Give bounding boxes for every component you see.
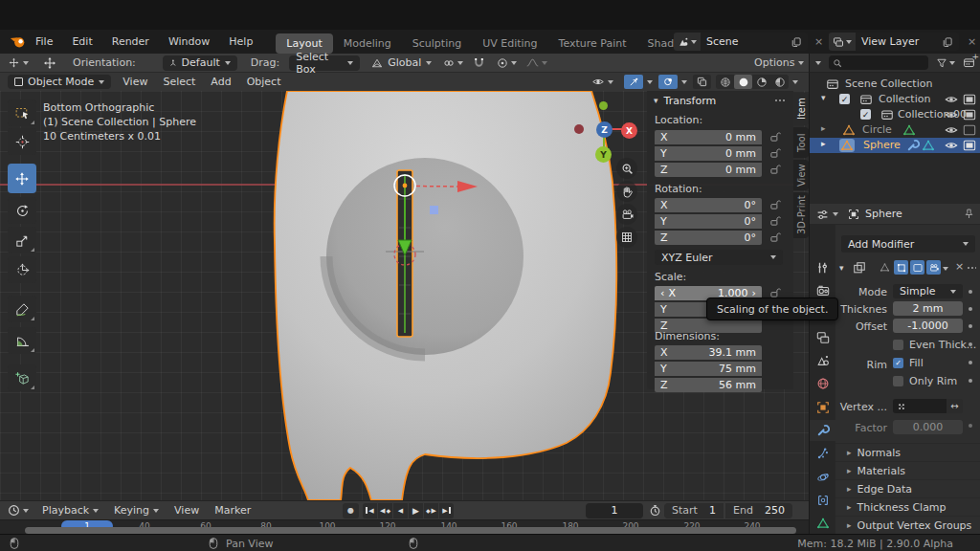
panel-grip-icon[interactable] [774,99,787,103]
animate-dot[interactable] [969,424,972,428]
modifier-extras-dropdown[interactable] [943,267,948,271]
panel-materials[interactable]: ▸Materials [835,461,980,479]
snap-target-button[interactable] [443,57,463,69]
show-in-editmode-toggle[interactable] [894,260,908,275]
animate-dot[interactable] [969,290,972,294]
disable-viewport-icon[interactable] [963,123,976,137]
rotation-z-field[interactable]: Z0° [655,231,762,245]
properties-editor-icon[interactable] [816,209,829,221]
pin-icon[interactable] [963,208,975,220]
hide-eye-icon[interactable] [945,93,958,106]
active-tool-button[interactable] [8,56,29,69]
fill-checkbox[interactable]: ✓ [893,358,903,368]
timeline-ruler[interactable]: 20 40 60 80 100 120 140 160 180 200 220 … [0,519,809,534]
lock-location-y-icon[interactable] [769,147,781,159]
only-rim-checkbox[interactable] [893,376,903,386]
tool-measure[interactable] [8,327,36,354]
disable-viewport-icon[interactable] [963,108,976,121]
shading-dropdown[interactable] [792,80,798,84]
rim-fill-row[interactable]: ✓ Fill [893,357,924,369]
even-thickness-row[interactable]: Even Thick... [893,339,976,351]
panel-thickness-clamp[interactable]: ▸Thickness Clamp [835,497,980,516]
menu-edit[interactable]: Edit [62,30,101,54]
gizmos-dropdown[interactable] [647,80,653,84]
hide-eye-icon[interactable] [945,108,958,121]
animate-dot[interactable] [969,307,972,311]
view-layer-browse-button[interactable] [829,33,856,51]
tool-select-box[interactable] [8,99,36,126]
panel-edge-data[interactable]: ▸Edge Data [835,479,980,497]
new-collection-button[interactable]: + [963,56,975,69]
timeline-editor-type-button[interactable] [8,504,29,517]
gizmo-axis-y[interactable]: Y [595,146,612,163]
view-layer-name-field[interactable]: View Layer [856,33,959,51]
tab-sculpting[interactable]: Sculpting [402,33,472,54]
zoom-button[interactable] [616,158,637,179]
viewport-menu-select[interactable]: Select [155,76,203,88]
timeline-menu-view[interactable]: View [167,504,207,517]
play-button[interactable]: ▶ [409,503,423,518]
hide-eye-icon[interactable] [945,123,958,137]
record-button[interactable]: ● [343,503,359,518]
gizmo-axis-z[interactable]: Z [596,121,612,138]
menu-window[interactable]: Window [159,30,219,54]
mode-dropdown[interactable]: Object Mode [8,75,111,89]
tab-object[interactable] [810,397,835,418]
overlays-dropdown[interactable] [681,80,687,84]
collection-checkbox[interactable]: ✓ [860,109,871,120]
shading-wireframe-button[interactable] [716,75,734,89]
offset-field[interactable]: -1.0000 [893,319,963,333]
location-y-field[interactable]: Y0 mm [655,146,762,161]
pan-button[interactable] [616,181,637,202]
tool-transform[interactable] [8,256,36,283]
disable-viewport-icon[interactable] [963,93,976,106]
tab-modifiers[interactable] [810,420,835,441]
gizmo-axis-dot-green[interactable] [599,101,608,110]
timeline-scrollbar[interactable] [25,527,796,534]
decrement-arrow-icon[interactable]: ‹ [660,287,664,299]
lock-location-x-icon[interactable] [769,131,781,143]
gizmos-toggle[interactable] [624,75,643,89]
show-on-cage-toggle[interactable] [878,260,892,275]
transform-panel-header[interactable]: ▾ Transform [647,91,793,110]
end-frame-field[interactable]: End 250 [725,503,792,518]
view-layer-selector[interactable]: View Layer [829,33,959,51]
add-modifier-dropdown[interactable]: Add Modifier [841,235,975,253]
animate-dot[interactable] [969,379,972,383]
disable-viewport-icon[interactable] [963,139,976,152]
tab-physics[interactable] [810,467,835,488]
rotation-x-field[interactable]: X0° [655,198,762,212]
collection-checkbox[interactable]: ✓ [839,94,850,104]
show-in-viewport-toggle[interactable] [910,260,924,275]
tool-add-primitive[interactable] [8,364,36,391]
editor-type-dropdown[interactable] [833,212,838,216]
prev-keyframe-button[interactable]: ◀◆ [378,503,392,518]
proportional-editing-button[interactable] [497,57,517,69]
tool-cursor[interactable] [8,128,36,155]
tool-annotate[interactable] [8,296,36,322]
lock-rotation-x-icon[interactable] [769,199,781,210]
outliner-display-mode-dropdown[interactable] [815,61,821,65]
tab-object-data[interactable] [810,513,835,534]
hide-eye-icon[interactable] [945,139,958,152]
drag-dropdown[interactable]: Select Box [289,55,360,71]
options-dropdown[interactable]: Options [754,56,804,69]
sidebar-tab-view[interactable]: View [793,160,809,190]
disclosure-icon[interactable]: ▸ [821,139,826,148]
overlays-toggle[interactable] [658,75,678,89]
tab-world[interactable] [810,373,835,394]
dimensions-z-field[interactable]: Z56 mm [655,378,762,392]
show-in-render-toggle[interactable] [926,260,941,275]
dimensions-y-field[interactable]: Y75 mm [655,362,762,376]
outliner-row-scene-collection[interactable]: Scene Collection [810,77,980,92]
menu-render[interactable]: Render [102,30,159,54]
tool-scale[interactable] [8,227,36,253]
sidebar-tab-item[interactable]: Item [793,93,809,125]
timeline-menu-marker[interactable]: Marker [207,504,258,517]
current-frame-field[interactable]: 1 [586,503,643,518]
lock-location-z-icon[interactable] [769,164,781,175]
outliner-search-input[interactable] [829,55,928,70]
sidebar-tab-3d-print[interactable]: 3D-Print [793,192,809,238]
perspective-toggle-button[interactable] [616,227,637,248]
outliner-row-sphere[interactable]: ▸ Sphere [810,138,980,153]
